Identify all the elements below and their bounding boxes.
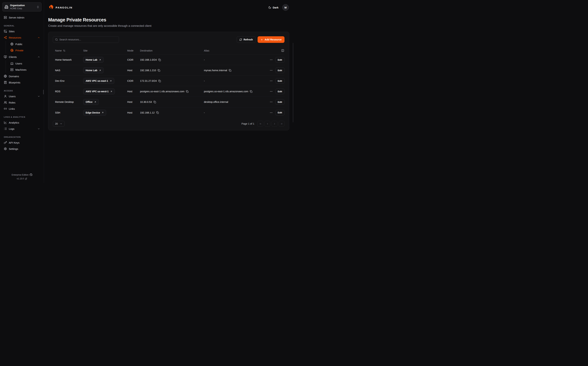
brand-logo[interactable]: PANGOLIN [48, 5, 73, 10]
site-link-chip[interactable]: AWS VPC us-east-1 [83, 78, 114, 84]
sidebar-item-settings[interactable]: Settings [2, 146, 42, 152]
edit-button[interactable]: Edit [275, 99, 285, 105]
add-resource-button[interactable]: Add Resource [257, 36, 285, 43]
org-switcher[interactable]: Organization ACME Corp. [2, 2, 42, 12]
search-input[interactable] [59, 38, 117, 41]
row-menu-button[interactable] [269, 58, 273, 62]
copy-destination-button[interactable] [186, 90, 189, 93]
sidebar-item-analytics[interactable]: Analytics [2, 119, 42, 126]
github-icon[interactable] [30, 174, 32, 176]
page-title: Manage Private Resources [48, 17, 289, 23]
org-switcher-label: Organization [10, 4, 35, 7]
copy-destination-button[interactable] [154, 101, 156, 103]
site-link-chip[interactable]: Office [83, 99, 99, 105]
theme-toggle[interactable]: Dark [268, 6, 279, 9]
avatar[interactable]: M [282, 4, 289, 11]
cell-row-menu [264, 110, 273, 115]
site-link-chip[interactable]: Home Lab [83, 67, 103, 73]
building-icon [5, 5, 8, 9]
cell-alias: postgres.us-east-1.rds.amazonaws.com [202, 90, 264, 93]
column-visibility-button[interactable] [273, 49, 285, 52]
link-icon [4, 107, 7, 110]
table-row: SSH Edge Device Host 192.168.1.12 - [53, 107, 285, 118]
prev-page-button[interactable] [265, 121, 270, 127]
row-menu-button[interactable] [269, 79, 273, 83]
sidebar-item-sites[interactable]: Sites [2, 28, 42, 34]
cell-site: AWS VPC us-east-1 [81, 78, 125, 84]
row-menu-button[interactable] [269, 68, 273, 73]
cell-mode: Host [125, 69, 138, 72]
sidebar-item-clients[interactable]: Clients [2, 54, 42, 60]
external-link-icon[interactable] [25, 178, 27, 180]
table-header-row: Name Site Mode Destination Alias [53, 47, 285, 55]
edit-button[interactable]: Edit [275, 110, 285, 115]
sidebar-item-roles[interactable]: Roles [2, 99, 42, 106]
site-link-chip[interactable]: AWS VPC us-west-1 [83, 89, 115, 94]
server-icon [10, 68, 14, 71]
arrow-up-right-icon [102, 111, 104, 114]
sort-icon[interactable] [63, 49, 66, 52]
toolbar: Refresh Add Resource [48, 32, 289, 47]
pangolin-logo-icon [48, 5, 54, 10]
page-size-select[interactable]: 20 [53, 121, 65, 127]
chevron-up-down-icon [37, 6, 39, 8]
copy-destination-button[interactable] [158, 59, 161, 61]
page-subtitle: Create and manage resources that are onl… [48, 24, 289, 28]
laptop-icon [10, 62, 14, 65]
edit-button[interactable]: Edit [275, 57, 285, 62]
last-page-button[interactable] [279, 121, 285, 127]
edit-button[interactable]: Edit [275, 89, 285, 94]
table-row: NAS Home Lab Host 192.168.1.210 mynas.ho… [53, 65, 285, 76]
section-label-access: ACCESS [4, 90, 42, 92]
sidebar-item-private[interactable]: Private [7, 47, 42, 53]
page-scrollbar-thumb[interactable] [293, 43, 293, 122]
row-menu-button[interactable] [269, 110, 273, 115]
copy-alias-button[interactable] [250, 90, 252, 93]
receipt-icon [4, 81, 7, 84]
site-link-chip[interactable]: Edge Device [83, 110, 106, 116]
sidebar-scrollbar-thumb[interactable] [43, 90, 44, 94]
chevron-up-icon [37, 56, 40, 58]
sidebar-item-blueprints[interactable]: Blueprints [2, 79, 42, 85]
refresh-button[interactable]: Refresh [237, 36, 256, 43]
sidebar-item-client-users[interactable]: Users [7, 60, 42, 67]
arrow-up-right-icon [94, 101, 96, 103]
table-row: Dev Env AWS VPC us-east-1 CIDR 172.31.27… [53, 76, 285, 86]
first-page-button[interactable] [257, 121, 263, 127]
next-page-button[interactable] [272, 121, 277, 127]
copy-alias-button[interactable] [229, 69, 231, 72]
column-header-destination: Destination [138, 49, 202, 52]
sidebar-item-users[interactable]: Users [2, 93, 42, 99]
copy-destination-button[interactable] [158, 69, 160, 72]
sidebar-item-domains[interactable]: Domains [2, 73, 42, 79]
cell-alias: - [202, 79, 264, 82]
edit-button[interactable]: Edit [275, 78, 285, 84]
copy-destination-button[interactable] [158, 80, 161, 82]
pagination: 20 Page 1 of 1 [48, 118, 289, 130]
row-menu-button[interactable] [269, 89, 273, 94]
row-menu-button[interactable] [269, 100, 273, 104]
cell-edit: Edit [273, 110, 285, 115]
cell-name: RDS [53, 90, 81, 93]
edit-button[interactable]: Edit [275, 68, 285, 73]
copy-destination-button[interactable] [156, 111, 159, 114]
cell-destination: 192.168.1.12 [138, 111, 202, 114]
search-box[interactable] [53, 36, 119, 43]
sidebar-item-server-admin[interactable]: Server Admin [2, 14, 42, 21]
cell-destination: 192.168.1.0/24 [138, 58, 202, 61]
sidebar-item-machines[interactable]: Machines [7, 67, 42, 73]
column-header-name[interactable]: Name [53, 49, 81, 52]
sidebar-item-links[interactable]: Links [2, 106, 42, 112]
globe-icon [4, 75, 7, 78]
sidebar-item-public[interactable]: Public [7, 41, 42, 47]
cell-site: Home Lab [81, 67, 125, 73]
combine-icon [4, 30, 7, 33]
chart-line-icon [4, 121, 7, 124]
sidebar-item-logs[interactable]: Logs [2, 126, 42, 132]
version-label: v1.13.0 [17, 177, 24, 180]
site-link-chip[interactable]: Home Lab [83, 57, 103, 63]
sidebar-item-api-keys[interactable]: API Keys [2, 139, 42, 146]
cell-edit: Edit [273, 68, 285, 73]
arrow-up-right-icon [110, 80, 112, 82]
sidebar-item-resources[interactable]: Resources [2, 34, 42, 41]
